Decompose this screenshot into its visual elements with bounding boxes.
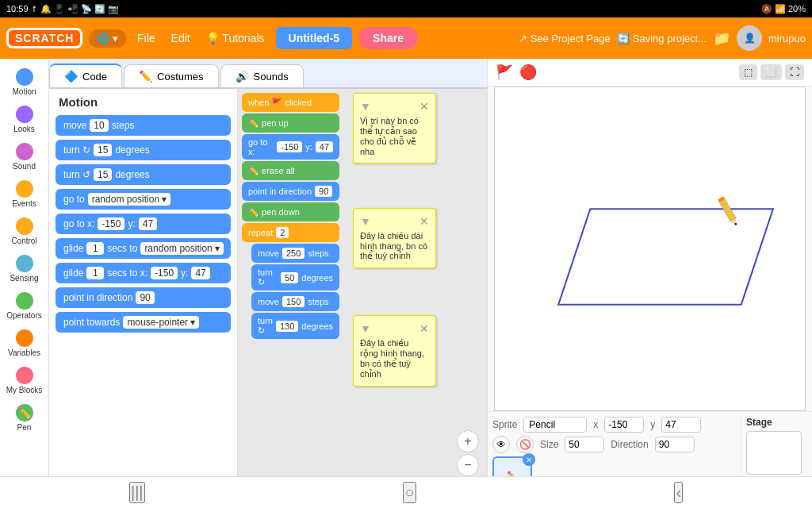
operators-label: Operators xyxy=(6,311,41,320)
edit-menu[interactable]: Edit xyxy=(167,32,195,44)
block-turn-cw-val[interactable]: 15 xyxy=(94,144,112,156)
block-move-150[interactable]: move 150 steps xyxy=(251,292,339,311)
category-sensing[interactable]: Sensing xyxy=(2,252,47,286)
block-erase-all[interactable]: ✏️ erase all xyxy=(242,161,339,180)
nav-menu-button[interactable]: ||| xyxy=(129,482,145,503)
block-turn-cw[interactable]: turn ↻ 15 degrees xyxy=(56,140,231,160)
block-goto-x[interactable]: -150 xyxy=(98,217,124,230)
block-glide-secs[interactable]: 1 xyxy=(86,242,104,255)
block-turn-ccw[interactable]: turn ↺ 15 degrees xyxy=(56,164,231,185)
category-motion[interactable]: Motion xyxy=(2,65,47,99)
layout-small-button[interactable]: ⬚ xyxy=(739,64,757,80)
bottom-nav: ||| ○ ‹ xyxy=(0,476,812,508)
tab-costumes[interactable]: ✏️ Costumes xyxy=(124,64,219,87)
status-left: 10:59 f 🔔 📱 📲 📡 🔄 📷 xyxy=(6,4,119,14)
sprite-name-row: Sprite x y xyxy=(492,417,736,433)
share-button[interactable]: Share xyxy=(358,27,418,49)
block-goto-xy-script[interactable]: go to x: -150 y: 47 xyxy=(242,134,339,160)
size-input[interactable] xyxy=(565,437,604,452)
globe-button[interactable]: 🌐 ▾ xyxy=(89,29,126,48)
folder-icon[interactable]: 📁 xyxy=(713,29,730,47)
block-turn-130[interactable]: turn ↻ 130 degrees xyxy=(251,313,339,339)
sprite-delete-button[interactable]: ✕ xyxy=(523,453,535,466)
editor-panel: 🔷 Code ✏️ Costumes 🔊 Sounds Motion move … xyxy=(49,59,487,508)
note-close-2[interactable]: ✕ xyxy=(419,215,429,228)
block-pen-up[interactable]: ✏️ pen up xyxy=(242,114,339,133)
note-close-1[interactable]: ✕ xyxy=(419,100,429,113)
block-point-towards[interactable]: point towards mouse-pointer ▾ xyxy=(56,312,231,333)
block-turn-50[interactable]: turn ↻ 50 degrees xyxy=(251,264,339,291)
project-name[interactable]: Untitled-5 xyxy=(276,27,353,49)
battery-status: 🔕 📶 20% xyxy=(761,4,806,14)
block-glide-xy[interactable]: glide 1 secs to x: -150 y: 47 xyxy=(56,263,231,283)
block-glide-dropdown[interactable]: random position ▾ xyxy=(140,242,224,255)
block-glide-label: glide xyxy=(63,243,83,254)
block-glide-xy-secs[interactable]: 1 xyxy=(86,267,104,279)
green-flag-button[interactable]: 🚩 xyxy=(496,64,513,81)
sprite-x-label: x xyxy=(593,419,598,430)
block-glide-x[interactable]: -150 xyxy=(151,267,178,279)
hide-button[interactable]: 🚫 xyxy=(516,436,534,453)
block-point-dir-script[interactable]: point in direction 90 xyxy=(242,182,339,201)
zoom-in-button[interactable]: + xyxy=(457,430,479,452)
file-menu[interactable]: File xyxy=(132,32,160,44)
events-circle xyxy=(16,180,33,198)
block-move-label: move xyxy=(63,120,86,131)
block-glide-y[interactable]: 47 xyxy=(191,267,209,279)
control-label: Control xyxy=(11,237,36,245)
block-goto-y[interactable]: 47 xyxy=(139,217,157,230)
saving-icon: 🔄 xyxy=(617,33,630,44)
tab-code[interactable]: 🔷 Code xyxy=(49,64,122,87)
category-sound[interactable]: Sound xyxy=(2,140,47,174)
block-point-dir-val[interactable]: 90 xyxy=(136,291,154,304)
script-area[interactable]: when 🚩 clicked ✏️ pen up go to x: -150 y… xyxy=(238,89,487,508)
tutorials-button[interactable]: 💡 Tutorials xyxy=(201,32,270,44)
note-close-3[interactable]: ✕ xyxy=(419,322,429,335)
block-goto-random[interactable]: go to random position ▾ xyxy=(56,189,231,210)
username: mirupuo xyxy=(768,33,806,44)
sensing-circle xyxy=(16,255,33,272)
tabs-bar: 🔷 Code ✏️ Costumes 🔊 Sounds xyxy=(49,59,487,89)
block-move-250[interactable]: move 250 steps xyxy=(251,244,339,263)
category-events[interactable]: Events xyxy=(2,177,47,211)
category-looks[interactable]: Looks xyxy=(2,102,47,137)
category-control[interactable]: Control xyxy=(2,214,47,248)
blocks-list: Motion move 10 steps turn ↻ 15 degrees t… xyxy=(49,89,238,508)
show-button[interactable]: 👁 xyxy=(492,436,510,453)
block-turn-ccw-val[interactable]: 15 xyxy=(94,168,112,181)
stage-drawing xyxy=(495,87,805,410)
block-repeat[interactable]: repeat 2 xyxy=(242,223,339,242)
size-label: Size xyxy=(540,439,558,450)
block-turn-ccw-suffix: degrees xyxy=(115,169,149,180)
block-pen-down[interactable]: ✏️ pen down xyxy=(242,202,339,221)
sprite-y-input[interactable] xyxy=(661,417,701,433)
direction-input[interactable] xyxy=(655,437,695,452)
block-move[interactable]: move 10 steps xyxy=(56,115,231,136)
block-goto-xy[interactable]: go to x: -150 y: 47 xyxy=(56,214,231,234)
layout-fullscreen-button[interactable]: ⛶ xyxy=(785,64,804,80)
category-pen[interactable]: ✏️ Pen xyxy=(2,401,47,435)
block-point-towards-dropdown[interactable]: mouse-pointer ▾ xyxy=(123,316,199,329)
block-goto-xy-label: go to x: xyxy=(63,218,94,229)
layout-large-button[interactable]: ⬜ xyxy=(760,64,782,80)
block-move-val[interactable]: 10 xyxy=(90,119,108,132)
see-project-button[interactable]: ↗ See Project Page xyxy=(519,33,611,44)
nav-back-button[interactable]: ‹ xyxy=(674,482,683,503)
code-tab-icon: 🔷 xyxy=(64,70,78,83)
nav-home-button[interactable]: ○ xyxy=(403,482,416,503)
sprite-x-input[interactable] xyxy=(604,417,644,433)
block-glide-random[interactable]: glide 1 secs to random position ▾ xyxy=(56,238,231,259)
stage-backdrop-thumb[interactable] xyxy=(746,431,802,475)
stop-button[interactable]: 🔴 xyxy=(519,64,537,81)
user-avatar[interactable]: 👤 xyxy=(737,25,762,51)
category-operators[interactable]: Operators xyxy=(2,289,47,323)
sprite-name-input[interactable] xyxy=(523,417,587,433)
block-point-dir[interactable]: point in direction 90 xyxy=(56,287,231,308)
block-goto-dropdown[interactable]: random position ▾ xyxy=(88,193,171,206)
block-when-clicked[interactable]: when 🚩 clicked xyxy=(242,93,339,112)
category-myblocks[interactable]: My Blocks xyxy=(2,364,47,398)
tab-sounds[interactable]: 🔊 Sounds xyxy=(220,64,304,87)
category-variables[interactable]: Variables xyxy=(2,326,47,360)
zoom-out-button[interactable]: − xyxy=(457,454,479,476)
stage-canvas xyxy=(494,87,806,411)
